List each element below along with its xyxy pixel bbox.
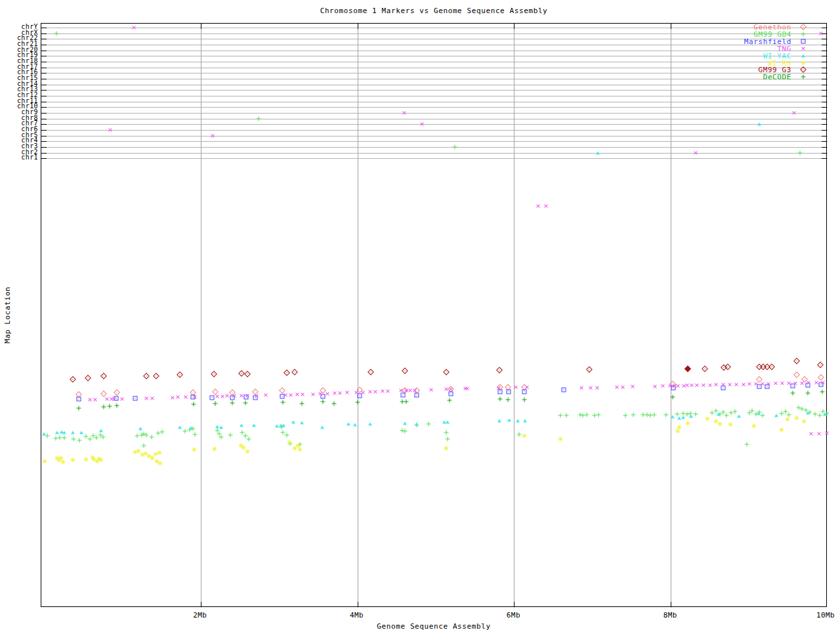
data-point-triangle [353,423,357,427]
data-point-plus [219,435,223,440]
chr-tick-right [822,147,827,148]
data-point-square [561,388,566,392]
data-point-diamond [685,366,692,372]
chr-tick-left [41,158,47,159]
data-point-triangle [300,421,304,425]
data-point-cross [401,110,408,116]
data-point-triangle [42,432,46,436]
data-point-star [801,60,806,65]
chr-tick-left [41,73,47,74]
data-point-plus [448,398,452,403]
data-point-diamond [724,364,731,370]
data-point-cross [800,45,807,52]
x-axis-label: Genome Sequence Assembly [41,622,827,630]
data-point-diamond [244,371,251,377]
chr-tick-left [41,141,47,142]
data-point-cross [578,385,585,391]
data-point-plus [444,430,448,435]
data-point-plus [192,402,196,407]
data-point-cross [692,150,699,156]
data-point-triangle [99,429,103,432]
data-point-diamond [368,369,374,375]
data-point-plus [404,400,408,404]
data-point-diamond [586,366,593,373]
data-point-plus [193,432,198,437]
legend-marker [791,66,815,74]
legend-label: DeCODE [763,74,791,81]
legend-marker [791,24,815,31]
legend-row-marshfield: Marshfield [677,38,815,45]
chr-tick-right [822,136,827,136]
data-point-star [705,417,710,421]
chr-tick-left [41,96,47,96]
data-point-cross [428,387,434,393]
data-point-triangle [757,412,761,415]
data-point-cross [594,385,600,391]
data-point-plus [791,391,795,396]
data-point-cross [740,381,747,388]
chr-tick-right [822,85,827,85]
data-point-triangle [823,413,827,416]
data-point-square [76,397,81,402]
data-point-diamond [702,366,708,372]
data-point-triangle [79,431,83,434]
chr-row-line [41,90,828,91]
x-tick-top [826,24,827,29]
data-point-triangle [446,421,450,424]
chr-tick-left [41,136,47,136]
data-point-triangle [689,415,693,418]
chr-tick-left [41,153,47,154]
data-point-diamond [143,373,150,379]
data-point-diamond [114,389,120,396]
data-point-diamond [211,371,217,377]
data-point-cross [535,203,541,209]
chr-tick-left [41,62,47,62]
x-tick-bottom [826,602,827,607]
x-tick-label: 6Mb [494,611,533,620]
data-point-plus [149,435,154,440]
data-point-cross [149,395,156,402]
chr-row-line [41,96,828,96]
data-point-cross [513,384,519,390]
data-point-plus [213,402,218,406]
data-point-plus [76,406,81,411]
data-point-cross [287,392,294,398]
data-point-plus [452,144,457,149]
data-point-star [728,423,732,427]
legend-label: WI YAC [763,52,791,60]
x-gridline [671,24,671,608]
data-point-plus [522,398,526,402]
data-point-plus [597,413,601,417]
x-tick-bottom [201,602,201,607]
data-point-diamond [768,364,775,370]
data-point-star [795,416,799,421]
data-point-plus [745,442,749,447]
chr-row-line [41,124,828,125]
x-tick-top [671,24,671,29]
chr-tick-left [41,107,47,108]
data-point-plus [141,444,146,448]
data-point-cross [660,383,666,389]
data-point-triangle [282,424,285,427]
chr-tick-left [41,33,47,34]
data-point-plus [228,433,233,438]
data-point-plus [564,413,569,418]
chr-tick-left [41,56,47,56]
data-point-plus [694,412,698,417]
data-point-triangle [71,431,75,434]
chr-row-line [41,107,828,108]
data-point-diamond [100,373,107,379]
data-point-diamond [85,375,91,381]
data-point-square [522,390,526,394]
data-point-plus [281,400,285,405]
chr-tick-left [41,79,47,79]
data-point-cross [385,388,391,394]
data-point-triangle [757,123,761,126]
y-axis-label: Map Location [3,287,12,344]
data-point-cross [372,388,379,395]
data-point-cross [119,396,125,402]
x-tick-label: 8Mb [650,611,690,620]
data-point-star [99,458,104,463]
legend-marker [791,45,815,52]
data-point-triangle [320,426,324,429]
